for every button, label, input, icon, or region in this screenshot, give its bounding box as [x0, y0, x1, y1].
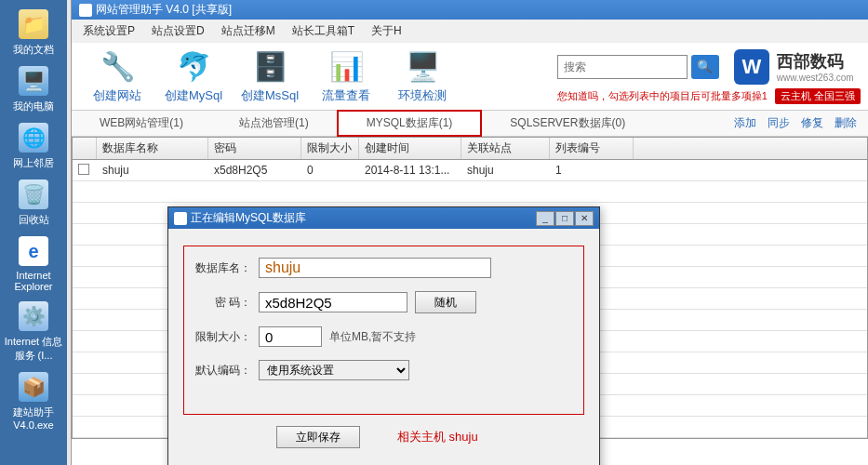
- th-created[interactable]: 创建时间: [359, 138, 461, 159]
- promo-badge: 云主机 全国三强: [775, 88, 861, 104]
- maximize-button[interactable]: □: [555, 211, 574, 226]
- desktop-icon-network[interactable]: 🌐网上邻居: [4, 123, 63, 170]
- create-mysql-button[interactable]: 🐬创建MySql: [155, 48, 232, 104]
- add-link[interactable]: 添加: [734, 115, 756, 131]
- desktop-icon-app[interactable]: 📦建站助手V4.0.exe: [4, 372, 63, 431]
- monitor-icon: 🖥️: [402, 48, 443, 84]
- limit-hint: 单位MB,暂不支持: [329, 329, 416, 345]
- th-name[interactable]: 数据库名称: [97, 138, 208, 159]
- desktop-icon-ie[interactable]: eInternet Explorer: [4, 236, 63, 292]
- th-site[interactable]: 关联站点: [461, 138, 550, 159]
- save-button[interactable]: 立即保存: [276, 426, 360, 448]
- folder-icon: 📁: [19, 9, 48, 39]
- database-icon: 🗄️: [249, 48, 290, 84]
- th-pwd[interactable]: 密码: [208, 138, 301, 159]
- encoding-select[interactable]: 使用系统设置: [259, 360, 409, 380]
- tab-mysql[interactable]: MYSQL数据库(1): [337, 110, 483, 137]
- table-row[interactable]: shuju x5d8H2Q5 0 2014-8-11 13:1... shuju…: [73, 160, 867, 181]
- menu-tools[interactable]: 站长工具箱T: [285, 21, 362, 41]
- th-check: [73, 138, 97, 159]
- app-icon: 📦: [19, 372, 48, 402]
- tabs: WEB网站管理(1) 站点池管理(1) MYSQL数据库(1) SQLSERVE…: [72, 111, 868, 137]
- brand-url: www.west263.com: [777, 73, 854, 83]
- dialog-titlebar[interactable]: 正在编辑MySQL数据库 _ □ ✕: [168, 207, 599, 229]
- create-site-button[interactable]: 🔧创建网站: [79, 48, 155, 104]
- ie-icon: e: [19, 236, 48, 266]
- desktop-icon-mypc[interactable]: 🖥️我的电脑: [4, 66, 63, 113]
- menu-migrate[interactable]: 站点迁移M: [214, 21, 283, 41]
- dialog-title-text: 正在编辑MySQL数据库: [191, 210, 306, 226]
- search-area: 🔍 W 西部数码 www.west263.com 您知道吗，勾选列表中的项目后可…: [557, 49, 861, 104]
- recycle-icon: 🗑️: [19, 179, 48, 209]
- iis-icon: ⚙️: [19, 301, 48, 331]
- form-frame: 数据库名： 密 码： 随机 限制大小： 单位MB,暂不支持 默认编码： 使用系统…: [183, 246, 584, 415]
- th-limit[interactable]: 限制大小: [301, 138, 359, 159]
- table-header: 数据库名称 密码 限制大小 创建时间 关联站点 列表编号: [73, 138, 867, 160]
- traffic-button[interactable]: 📊流量查看: [308, 48, 384, 104]
- password-field[interactable]: [259, 292, 407, 312]
- tab-sqlserver[interactable]: SQLSERVER数据库(0): [482, 112, 653, 135]
- tab-pool[interactable]: 站点池管理(1): [211, 112, 337, 135]
- table-row: [73, 181, 867, 203]
- row-checkbox[interactable]: [78, 164, 89, 175]
- window-titlebar: 网站管理助手 V4.0 [共享版]: [72, 0, 868, 20]
- db-name-field[interactable]: [259, 258, 491, 278]
- toolbar: 🔧创建网站 🐬创建MySql 🗄️创建MsSql 📊流量查看 🖥️环境检测 🔍 …: [72, 43, 868, 111]
- notice-text: 您知道吗，勾选列表中的项目后可批量多项操1: [557, 89, 768, 103]
- search-input[interactable]: [557, 55, 688, 79]
- env-check-button[interactable]: 🖥️环境检测: [384, 48, 461, 104]
- brand-name: 西部数码: [777, 50, 854, 73]
- chart-icon: 📊: [326, 48, 367, 84]
- label-encoding: 默认编码：: [194, 363, 251, 379]
- dialog-icon: [174, 212, 187, 225]
- menubar: 系统设置P 站点设置D 站点迁移M 站长工具箱T 关于H: [72, 20, 868, 43]
- th-idx[interactable]: 列表编号: [550, 138, 634, 159]
- window-title: 网站管理助手 V4.0 [共享版]: [96, 2, 232, 18]
- sync-link[interactable]: 同步: [768, 115, 790, 131]
- create-mssql-button[interactable]: 🗄️创建MsSql: [232, 48, 308, 104]
- search-icon: 🔍: [697, 60, 713, 73]
- app-title-icon: [79, 4, 92, 17]
- desktop-icon-iis[interactable]: ⚙️Internet 信息服务 (I...: [4, 301, 63, 363]
- label-limit: 限制大小：: [194, 329, 251, 345]
- minimize-button[interactable]: _: [536, 211, 554, 226]
- dialog-body: 数据库名： 密 码： 随机 限制大小： 单位MB,暂不支持 默认编码： 使用系统…: [168, 229, 599, 465]
- menu-site[interactable]: 站点设置D: [144, 21, 212, 41]
- tab-web[interactable]: WEB网站管理(1): [72, 112, 211, 135]
- desktop: 📁我的文档 🖥️我的电脑 🌐网上邻居 🗑️回收站 eInternet Explo…: [0, 0, 67, 465]
- brand-logo-icon: W: [734, 49, 769, 85]
- related-host: 相关主机 shuju: [397, 429, 478, 445]
- limit-field[interactable]: [259, 326, 322, 347]
- repair-link[interactable]: 修复: [801, 115, 823, 131]
- desktop-icon-recycle[interactable]: 🗑️回收站: [4, 179, 63, 227]
- computer-icon: 🖥️: [19, 66, 48, 96]
- edit-mysql-dialog: 正在编辑MySQL数据库 _ □ ✕ 数据库名： 密 码： 随机 限制大小： 单…: [167, 206, 600, 465]
- random-button[interactable]: 随机: [415, 291, 476, 313]
- desktop-icon-docs[interactable]: 📁我的文档: [4, 9, 63, 57]
- label-password: 密 码：: [194, 295, 251, 311]
- tab-actions: 添加 同步 修复 删除: [734, 115, 868, 131]
- menu-about[interactable]: 关于H: [364, 21, 409, 41]
- search-button[interactable]: 🔍: [691, 55, 719, 79]
- brand: W 西部数码 www.west263.com: [734, 49, 854, 85]
- close-button[interactable]: ✕: [575, 211, 594, 226]
- wrench-icon: 🔧: [97, 48, 138, 84]
- label-name: 数据库名：: [194, 260, 251, 276]
- network-icon: 🌐: [19, 123, 48, 153]
- menu-system[interactable]: 系统设置P: [75, 21, 142, 41]
- delete-link[interactable]: 删除: [835, 115, 857, 131]
- mysql-icon: 🐬: [173, 48, 214, 84]
